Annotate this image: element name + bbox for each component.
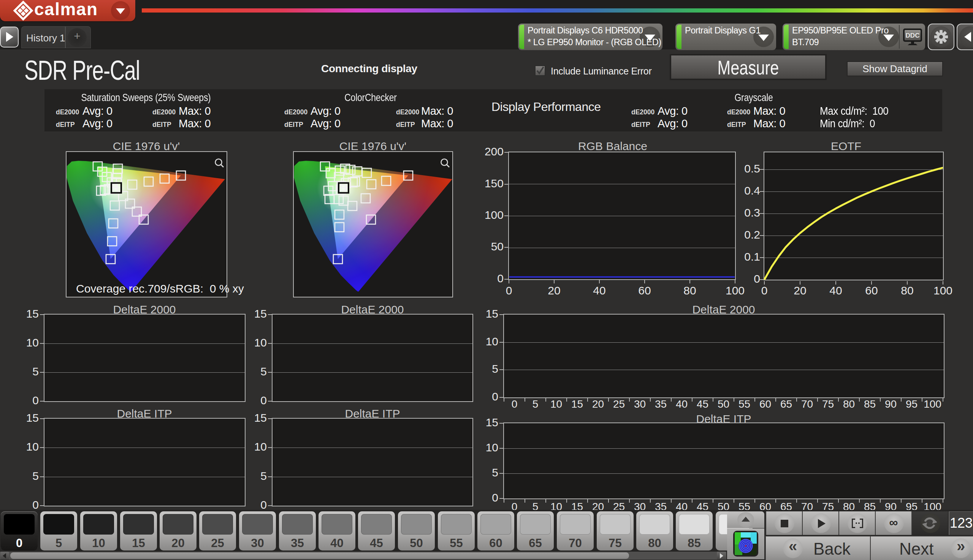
svg-text:DDC: DDC <box>906 32 920 39</box>
